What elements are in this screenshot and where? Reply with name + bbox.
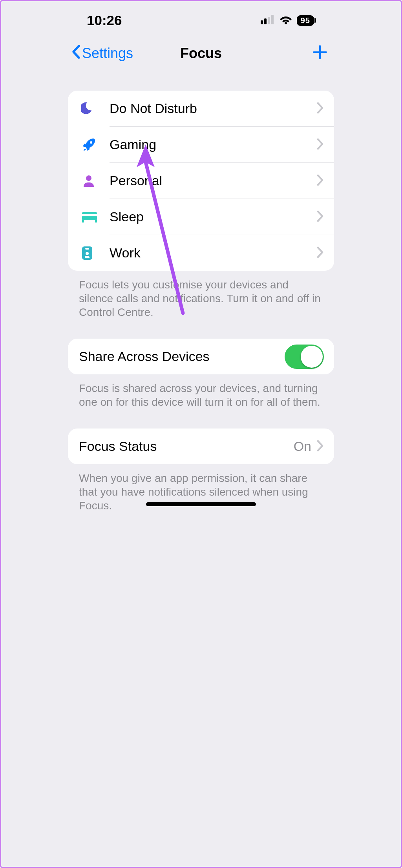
moon-icon xyxy=(81,101,110,116)
home-indicator xyxy=(146,502,256,506)
svg-rect-3 xyxy=(271,15,274,24)
svg-rect-7 xyxy=(82,212,97,214)
svg-rect-10 xyxy=(95,220,97,222)
focus-row-sleep[interactable]: Sleep xyxy=(68,199,334,235)
share-across-devices-row: Share Across Devices xyxy=(68,339,334,374)
focus-status-card: Focus Status On xyxy=(68,429,334,464)
focus-row-label: Gaming xyxy=(110,137,317,152)
chevron-right-icon xyxy=(317,102,324,115)
wifi-icon xyxy=(280,15,292,26)
share-card: Share Across Devices xyxy=(68,339,334,374)
chevron-left-icon xyxy=(71,44,80,63)
plus-icon xyxy=(312,43,328,64)
back-button[interactable]: Settings xyxy=(71,44,133,63)
rocket-icon xyxy=(81,137,110,152)
svg-rect-9 xyxy=(82,220,84,222)
toggle-knob xyxy=(301,346,323,368)
status-bar: 10:26 95 xyxy=(63,1,339,40)
focus-row-personal[interactable]: Personal xyxy=(68,163,334,199)
badge-icon xyxy=(81,246,110,261)
focus-row-label: Sleep xyxy=(110,209,317,224)
chevron-right-icon xyxy=(317,138,324,151)
svg-point-5 xyxy=(90,141,92,144)
focus-row-do-not-disturb[interactable]: Do Not Disturb xyxy=(68,91,334,126)
share-footer: Focus is shared across your devices, and… xyxy=(63,374,339,409)
person-icon xyxy=(81,173,110,188)
back-label: Settings xyxy=(82,45,133,62)
chevron-right-icon xyxy=(317,210,324,224)
focus-row-gaming[interactable]: Gaming xyxy=(68,127,334,162)
cellular-icon xyxy=(261,15,275,26)
svg-point-4 xyxy=(285,22,287,24)
svg-rect-1 xyxy=(264,18,267,24)
page-title: Focus xyxy=(180,45,222,62)
nav-header: Settings Focus xyxy=(63,40,339,67)
svg-point-13 xyxy=(86,252,89,255)
focus-footer: Focus lets you customise your devices an… xyxy=(63,271,339,319)
battery-icon: 95 xyxy=(297,15,316,26)
focus-list: Do Not Disturb Gaming xyxy=(68,91,334,271)
focus-row-label: Personal xyxy=(110,173,317,188)
focus-row-label: Work xyxy=(110,245,317,261)
svg-rect-2 xyxy=(268,17,270,24)
chevron-right-icon xyxy=(317,440,324,453)
focus-status-value: On xyxy=(294,439,311,454)
share-label: Share Across Devices xyxy=(79,349,285,364)
status-right: 95 xyxy=(261,15,316,26)
svg-rect-0 xyxy=(261,20,263,24)
focus-row-work[interactable]: Work xyxy=(68,235,334,271)
svg-point-6 xyxy=(86,175,91,181)
focus-status-row[interactable]: Focus Status On xyxy=(68,429,334,464)
bed-icon xyxy=(81,211,110,223)
svg-rect-12 xyxy=(85,248,89,250)
status-time: 10:26 xyxy=(87,13,122,28)
svg-rect-8 xyxy=(82,216,97,220)
chevron-right-icon xyxy=(317,174,324,188)
share-toggle[interactable] xyxy=(285,345,324,369)
focus-row-label: Do Not Disturb xyxy=(110,101,317,116)
chevron-right-icon xyxy=(317,246,324,260)
add-button[interactable] xyxy=(312,43,331,64)
focus-status-label: Focus Status xyxy=(79,439,294,454)
